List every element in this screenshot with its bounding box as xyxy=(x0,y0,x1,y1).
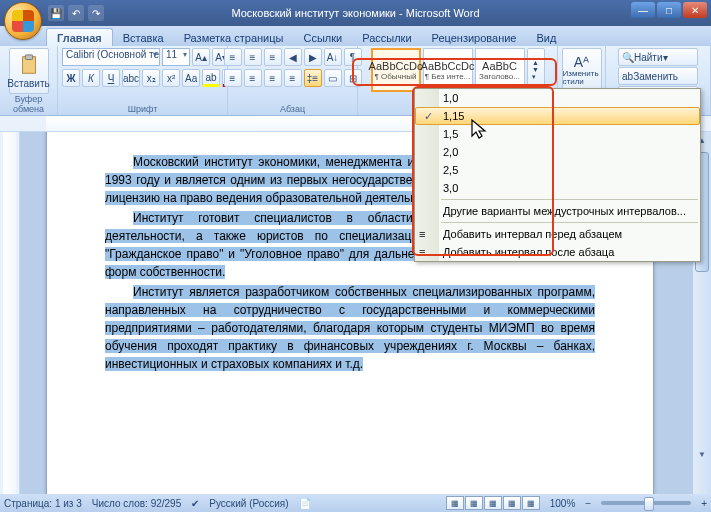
zoom-slider[interactable] xyxy=(601,501,691,505)
line-spacing-option[interactable]: 1,0 xyxy=(415,89,700,107)
status-insert-icon[interactable]: 📄 xyxy=(299,498,311,509)
group-paragraph-label: Абзац xyxy=(280,104,305,114)
styles-more-button[interactable]: ▲▼▾ xyxy=(527,48,545,92)
bold-button[interactable]: Ж xyxy=(62,69,80,87)
group-clipboard-label: Буфер обмена xyxy=(4,94,53,114)
view-buttons: ▦ ▦ ▦ ▦ ▦ xyxy=(446,496,540,510)
spacing-icon: ≡ xyxy=(419,228,433,240)
tab-главная[interactable]: Главная xyxy=(46,28,113,46)
zoom-out-button[interactable]: − xyxy=(585,498,591,509)
superscript-button[interactable]: x² xyxy=(162,69,180,87)
status-language[interactable]: Русский (Россия) xyxy=(209,498,288,509)
align-center-button[interactable]: ≡ xyxy=(244,69,262,87)
grow-font-button[interactable]: A▴ xyxy=(192,48,210,66)
add-space-before[interactable]: ≡Добавить интервал перед абзацем xyxy=(415,225,700,243)
line-spacing-option[interactable]: 2,0 xyxy=(415,143,700,161)
quick-access-toolbar: 💾 ↶ ↷ xyxy=(48,5,104,21)
spacing-icon: ≡ xyxy=(419,246,433,258)
zoom-in-button[interactable]: + xyxy=(701,498,707,509)
justify-button[interactable]: ≡ xyxy=(284,69,302,87)
bullets-button[interactable]: ≡ xyxy=(224,48,242,66)
window-title: Московский институт экономики - Microsof… xyxy=(231,7,479,19)
line-spacing-option[interactable]: 1,5 xyxy=(415,125,700,143)
view-outline[interactable]: ▦ xyxy=(503,496,521,510)
view-fullscreen[interactable]: ▦ xyxy=(465,496,483,510)
status-page[interactable]: Страница: 1 из 3 xyxy=(4,498,82,509)
italic-button[interactable]: К xyxy=(82,69,100,87)
view-draft[interactable]: ▦ xyxy=(522,496,540,510)
ribbon-tabs: ГлавнаяВставкаРазметка страницыСсылкиРас… xyxy=(0,26,711,46)
svg-rect-1 xyxy=(25,54,32,59)
line-spacing-more[interactable]: Другие варианты междустрочных интервалов… xyxy=(415,202,700,220)
subscript-button[interactable]: x₂ xyxy=(142,69,160,87)
qat-save-icon[interactable]: 💾 xyxy=(48,5,64,21)
line-spacing-dropdown: 1,01,151,52,02,53,0Другие варианты между… xyxy=(414,88,701,262)
style-2[interactable]: AaBbCЗаголово... xyxy=(475,48,525,92)
tab-рецензирование[interactable]: Рецензирование xyxy=(422,29,527,46)
tab-рассылки[interactable]: Рассылки xyxy=(352,29,421,46)
decrease-indent-button[interactable]: ◀ xyxy=(284,48,302,66)
view-print-layout[interactable]: ▦ xyxy=(446,496,464,510)
align-right-button[interactable]: ≡ xyxy=(264,69,282,87)
status-proofing-icon[interactable]: ✔ xyxy=(191,498,199,509)
tab-ссылки[interactable]: Ссылки xyxy=(293,29,352,46)
line-spacing-option[interactable]: 1,15 xyxy=(415,107,700,125)
increase-indent-button[interactable]: ▶ xyxy=(304,48,322,66)
view-web[interactable]: ▦ xyxy=(484,496,502,510)
change-styles-icon: Aᴬ xyxy=(574,54,589,70)
paste-label: Вставить xyxy=(7,78,49,89)
change-styles-button[interactable]: Aᴬ Изменить стили xyxy=(562,48,602,92)
align-left-button[interactable]: ≡ xyxy=(224,69,242,87)
strike-button[interactable]: abc xyxy=(122,69,140,87)
change-case-button[interactable]: Aa xyxy=(182,69,200,87)
tab-разметка страницы[interactable]: Разметка страницы xyxy=(174,29,294,46)
group-font-label: Шрифт xyxy=(128,104,158,114)
qat-redo-icon[interactable]: ↷ xyxy=(88,5,104,21)
line-spacing-button[interactable]: ‡≡ xyxy=(304,69,322,87)
scroll-down-button[interactable]: ▼ xyxy=(693,446,711,462)
numbering-button[interactable]: ≡ xyxy=(244,48,262,66)
highlight-button[interactable]: ab xyxy=(202,69,220,87)
qat-undo-icon[interactable]: ↶ xyxy=(68,5,84,21)
close-button[interactable]: ✕ xyxy=(683,2,707,18)
status-zoom[interactable]: 100% xyxy=(550,498,576,509)
status-bar: Страница: 1 из 3 Число слов: 92/295 ✔ Ру… xyxy=(0,494,711,512)
find-button[interactable]: 🔍 Найти ▾ xyxy=(618,48,698,66)
line-spacing-option[interactable]: 3,0 xyxy=(415,179,700,197)
minimize-button[interactable]: — xyxy=(631,2,655,18)
sort-button[interactable]: A↓ xyxy=(324,48,342,66)
replace-button[interactable]: ab Заменить xyxy=(618,67,698,85)
status-words[interactable]: Число слов: 92/295 xyxy=(92,498,182,509)
font-name-combo[interactable]: Calibri (Основной те xyxy=(62,48,160,66)
underline-button[interactable]: Ч xyxy=(102,69,120,87)
paste-button[interactable]: Вставить xyxy=(9,48,49,94)
style-0[interactable]: AaBbCcDc¶ Обычный xyxy=(371,48,421,92)
title-bar: 💾 ↶ ↷ Московский институт экономики - Mi… xyxy=(0,0,711,26)
font-size-combo[interactable]: 11 xyxy=(162,48,190,66)
add-space-after[interactable]: ≡Добавить интервал после абзаца xyxy=(415,243,700,261)
paragraph[interactable]: Институт является разработчиком собствен… xyxy=(105,283,595,373)
vertical-ruler[interactable] xyxy=(0,132,20,494)
clipboard-icon xyxy=(18,54,40,76)
maximize-button[interactable]: □ xyxy=(657,2,681,18)
tab-вид[interactable]: Вид xyxy=(527,29,567,46)
office-button[interactable] xyxy=(4,2,42,40)
line-spacing-option[interactable]: 2,5 xyxy=(415,161,700,179)
multilevel-button[interactable]: ≡ xyxy=(264,48,282,66)
style-1[interactable]: AaBbCcDc¶ Без инте... xyxy=(423,48,473,92)
tab-вставка[interactable]: Вставка xyxy=(113,29,174,46)
shading-button[interactable]: ▭ xyxy=(324,69,342,87)
